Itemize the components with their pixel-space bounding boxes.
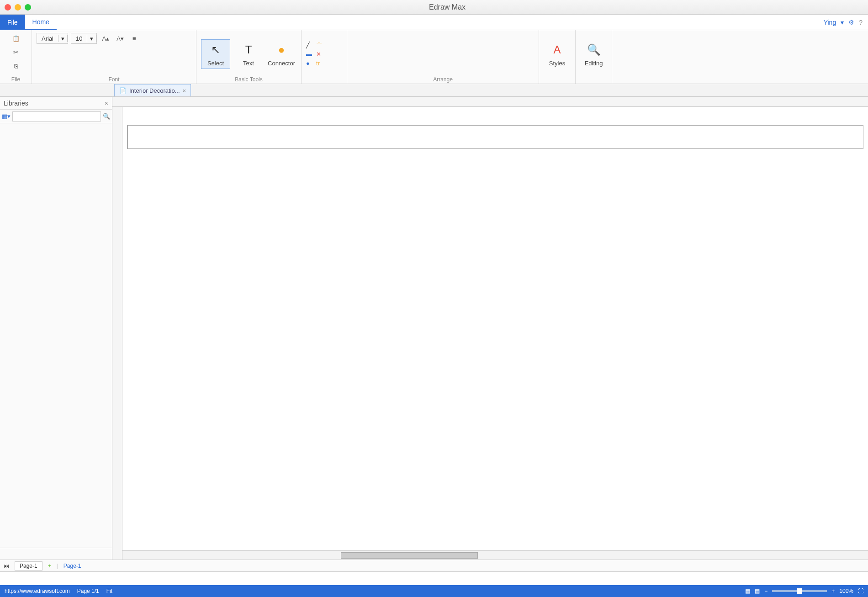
file-menu[interactable]: File [0,15,25,30]
zoom-level: 100% [839,588,853,594]
paste-icon[interactable]: 📋 [10,33,22,44]
chevron-down-icon[interactable]: ▾ [841,19,844,26]
font-size[interactable]: 10▾ [71,33,97,44]
gear-icon[interactable]: ⚙ [848,19,854,26]
add-page-icon[interactable]: + [48,563,51,569]
connector-tool[interactable]: ●Connector [267,40,296,69]
copy-icon[interactable]: ⎘ [11,60,21,71]
zoom-slider[interactable] [772,590,827,592]
group-file-label: File [5,75,27,83]
help-icon[interactable]: ? [859,19,863,26]
status-url: https://www.edrawsoft.com [5,588,70,594]
text-tool[interactable]: TText [234,40,263,69]
fullscreen-icon[interactable]: ⛶ [858,588,863,594]
search-input[interactable] [12,111,101,122]
ribbon: 📋 ✂ ⎘ File Arial▾ 10▾ A▴ A▾ ≡ Font ↖Sele… [0,30,868,84]
group-arrange-label: Arrange [352,75,534,83]
minimize-window[interactable] [15,4,21,11]
view-icon[interactable]: ▦ [745,588,750,594]
titlebar: Edraw Max [0,0,868,15]
arc-icon[interactable]: ⌒ [316,42,323,49]
styles-button[interactable]: AStyles [544,40,571,69]
window-title: Edraw Max [31,3,863,11]
horizontal-scrollbar[interactable] [112,550,868,560]
close-icon[interactable]: × [183,87,186,94]
transform-icon[interactable]: tr [316,60,323,67]
line-icon[interactable]: ╱ [306,42,313,49]
status-fit: Fit [106,588,112,594]
color-palette [0,571,868,585]
window-controls [5,4,31,11]
cross-icon[interactable]: ✕ [316,51,323,58]
zoom-in-icon[interactable]: + [831,588,835,594]
sidebar: Libraries × ▦▾ 🔍 [0,97,112,560]
gantt-chart[interactable] [127,125,863,149]
close-window[interactable] [5,4,11,11]
document-tabs: 📄 Interior Decoratio... × [0,84,868,97]
pagebar: ⏮ Page-1 + | Page-1 [0,560,868,571]
page-tab-2[interactable]: Page-1 [64,563,81,569]
status-page: Page 1/1 [77,588,99,594]
search-icon[interactable]: 🔍 [103,113,110,120]
menu-tab-home[interactable]: Home [25,15,57,30]
canvas[interactable] [112,97,868,560]
group-basictools-label: Basic Tools [201,75,296,83]
view-icon-2[interactable]: ▤ [755,588,760,594]
ruler-vertical [112,107,122,560]
ruler-horizontal [112,97,868,107]
sidebar-title: Libraries × [0,97,112,110]
select-tool[interactable]: ↖Select [201,39,230,69]
library-icon[interactable]: ▦▾ [2,113,11,120]
user-name[interactable]: Ying [824,19,836,26]
page-tab[interactable]: Page-1 [15,561,42,571]
decrease-font-icon[interactable]: A▾ [114,33,126,44]
format-icon[interactable]: ≡ [129,33,140,44]
page-nav-icon[interactable]: ⏮ [4,563,9,569]
zoom-out-icon[interactable]: − [764,588,767,594]
font-select[interactable]: Arial▾ [37,33,68,44]
editing-button[interactable]: 🔍Editing [580,40,607,69]
group-font-label: Font [37,75,191,83]
cut-icon[interactable]: ✂ [11,47,21,58]
maximize-window[interactable] [25,4,31,11]
close-icon[interactable]: × [105,100,108,107]
increase-font-icon[interactable]: A▴ [100,33,111,44]
statusbar: https://www.edrawsoft.com Page 1/1 Fit ▦… [0,585,868,597]
menubar: File Home Ying ▾ ⚙ ? [0,15,868,30]
document-tab[interactable]: 📄 Interior Decoratio... × [114,84,191,96]
rect-icon[interactable]: ▬ [306,51,313,58]
doc-icon: 📄 [119,87,127,94]
circle-icon[interactable]: ● [306,60,313,67]
